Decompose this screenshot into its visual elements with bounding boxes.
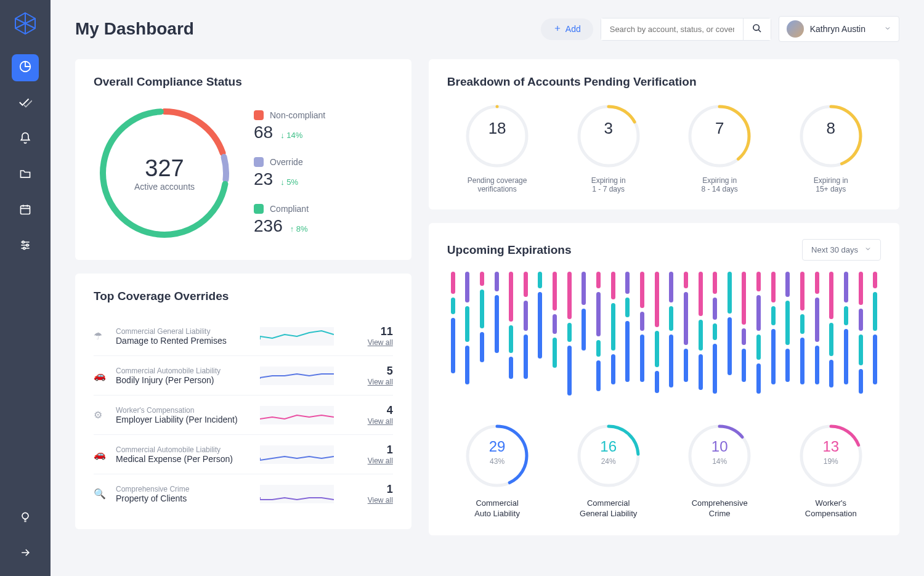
bar-day [840, 272, 852, 384]
override-title: Employer Liability (Per Incident) [116, 415, 251, 424]
expiration-category: 1319%Worker'sCompensation [780, 422, 881, 519]
range-select[interactable]: Next 30 days [802, 239, 881, 261]
bar-day [753, 272, 764, 394]
override-view-all[interactable]: View all [368, 496, 393, 505]
bar-segment [567, 272, 572, 319]
bar-day [869, 272, 881, 384]
bar-segment [480, 290, 484, 328]
bar-day [505, 272, 517, 379]
chevron-down-icon [884, 23, 891, 34]
bar-segment [859, 309, 863, 331]
override-view-all[interactable]: View all [368, 338, 393, 347]
category-pct: 43% [490, 457, 505, 466]
override-count: 1 [368, 444, 393, 456]
bar-segment [844, 329, 848, 384]
sidebar [0, 0, 51, 576]
sliders-icon [19, 239, 31, 254]
avatar [787, 20, 804, 38]
category-label: Worker'sCompensation [780, 498, 881, 519]
legend-label: Compliant [270, 204, 309, 214]
search-input[interactable] [601, 18, 743, 40]
breakdown-item: 18Pending coverageverifications [447, 102, 548, 193]
calendar-icon [19, 203, 31, 218]
bar-segment [859, 369, 863, 394]
legend-value: 23 [254, 169, 273, 189]
override-icon: 🚗 [94, 448, 107, 460]
legend-item: Compliant236↑ 8% [254, 204, 325, 236]
category-pct: 24% [601, 457, 616, 466]
bar-segment [451, 318, 455, 373]
nav-calendar[interactable] [12, 197, 39, 224]
bar-segment [465, 306, 469, 343]
svg-rect-14 [260, 445, 334, 464]
bar-segment [800, 272, 804, 310]
legend-value: 68 [254, 123, 273, 142]
bar-segment [771, 272, 776, 302]
bar-segment [611, 354, 615, 385]
bar-day [607, 272, 619, 384]
nav-settings[interactable] [12, 233, 39, 260]
bar-segment [480, 272, 484, 286]
nav-collapse[interactable] [12, 540, 39, 567]
override-title: Property of Clients [116, 493, 251, 503]
bar-segment [756, 335, 761, 360]
bar-segment [756, 272, 761, 291]
bar-segment [509, 357, 513, 379]
bar-segment [669, 335, 673, 387]
override-sparkline [260, 406, 334, 424]
bar-segment [553, 314, 557, 334]
bar-segment [582, 309, 586, 351]
expirations-title: Upcoming Expirations [447, 243, 572, 257]
bar-day [768, 272, 779, 384]
nav-folders[interactable] [12, 161, 39, 189]
override-icon: 🔍 [94, 488, 107, 500]
override-view-all[interactable]: View all [368, 456, 393, 465]
expirations-card: Upcoming Expirations Next 30 days 2943%C… [429, 223, 899, 535]
bar-segment [553, 338, 557, 368]
bar-day [665, 272, 677, 387]
override-row: 🚗Commercial Automobile LiabilityBodily I… [94, 355, 393, 395]
category-value: 10 [711, 438, 728, 455]
breakdown-value: 8 [827, 118, 835, 137]
nav-alerts[interactable] [12, 126, 39, 153]
bar-segment [451, 298, 455, 314]
override-view-all[interactable]: View all [368, 417, 393, 426]
legend-delta: ↓ 14% [280, 131, 302, 140]
donut-value: 327 [134, 155, 195, 182]
bar-segment [785, 349, 790, 382]
add-button[interactable]: Add [541, 18, 593, 40]
donut-label: Active accounts [134, 182, 195, 192]
bar-day [535, 272, 546, 359]
override-category: Comprehensive Crime [116, 485, 251, 493]
bar-segment [669, 272, 673, 302]
nav-approvals[interactable] [12, 90, 39, 117]
bar-segment [655, 331, 659, 367]
bar-segment [771, 329, 776, 384]
bar-day [782, 272, 794, 382]
expiration-category: 2943%CommercialAuto Liability [447, 422, 548, 519]
category-pct: 14% [712, 457, 727, 466]
bar-segment [742, 349, 746, 382]
bar-segment [873, 335, 877, 384]
override-view-all[interactable]: View all [368, 378, 393, 386]
breakdown-title: Breakdown of Accounts Pending Verificati… [447, 75, 881, 89]
bar-segment [553, 272, 557, 310]
bar-day [520, 272, 532, 379]
user-menu[interactable]: Kathryn Austin [779, 16, 899, 42]
bar-segment [756, 363, 761, 394]
bell-icon [19, 132, 31, 147]
nav-dashboard[interactable] [12, 54, 39, 81]
bar-segment [465, 272, 469, 302]
nav-help[interactable] [12, 505, 39, 532]
bar-segment [727, 317, 732, 376]
legend-swatch [254, 204, 264, 214]
override-icon: 🚗 [94, 370, 107, 381]
bar-segment [625, 298, 630, 317]
search-button[interactable] [743, 18, 771, 40]
search-icon [752, 26, 762, 35]
breakdown-label: Expiring in [780, 176, 881, 185]
svg-point-3 [22, 241, 24, 243]
range-label: Next 30 days [811, 245, 858, 254]
bar-segment [655, 272, 659, 327]
bar-day [549, 272, 561, 368]
